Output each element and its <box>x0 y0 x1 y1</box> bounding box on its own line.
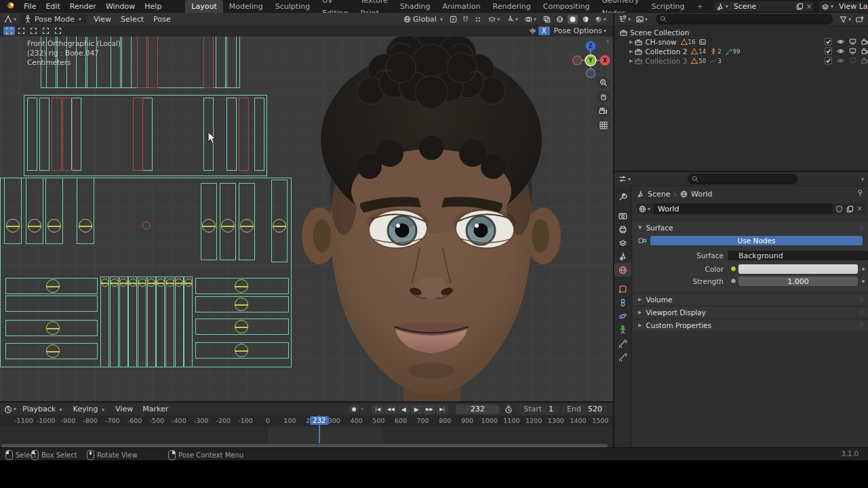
bone-shape-selected[interactable] <box>137 37 147 88</box>
properties-tab-world[interactable] <box>614 263 631 277</box>
panel-custom-properties[interactable]: ▶Custom Properties⠿ <box>633 320 868 331</box>
properties-tab-render[interactable] <box>614 209 631 222</box>
bone-shape[interactable] <box>184 277 193 367</box>
bone-widget-circle[interactable] <box>240 219 254 232</box>
bone-shape[interactable] <box>156 277 165 367</box>
wireframe-shading-button[interactable] <box>555 15 565 24</box>
editor-type-icon[interactable] <box>618 15 627 23</box>
filter-icon[interactable] <box>840 16 847 23</box>
prev-keyframe-button[interactable]: ◀◀ <box>384 405 397 414</box>
properties-tab-view-layer[interactable] <box>614 236 631 249</box>
bone-shape-selected[interactable] <box>62 98 73 171</box>
timeline-track[interactable] <box>0 426 613 443</box>
camera-toggle[interactable] <box>861 47 868 55</box>
checkbox-toggle[interactable] <box>825 38 832 45</box>
bone-shape[interactable] <box>216 37 226 88</box>
properties-tab-object[interactable] <box>614 282 631 296</box>
pose-options-dropdown[interactable]: Pose Options▾ <box>554 26 608 35</box>
monitor-toggle[interactable] <box>849 57 856 64</box>
workspace-tab-rendering[interactable]: Rendering <box>487 0 537 13</box>
sidebar-toggle[interactable]: ‹ <box>606 37 609 45</box>
editor-type-icon[interactable] <box>4 15 12 23</box>
blender-logo-icon[interactable] <box>5 1 15 12</box>
stopwatch-icon[interactable] <box>505 405 513 413</box>
menu-file[interactable]: File <box>19 0 41 13</box>
gizmo-button[interactable]: ▾ <box>505 15 521 24</box>
auto-key-toggle[interactable] <box>349 405 359 414</box>
current-frame-field[interactable]: 232 <box>456 405 499 414</box>
bone-widget-circle[interactable] <box>101 279 109 287</box>
expand-arrow-icon[interactable]: ▶ <box>629 58 633 64</box>
checkbox-toggle[interactable] <box>825 47 832 55</box>
menu-edit[interactable]: Edit <box>41 0 64 13</box>
use-nodes-button[interactable]: Use Nodes <box>650 236 863 245</box>
close-icon[interactable]: × <box>806 3 812 10</box>
bone-widget-circle[interactable] <box>79 219 92 232</box>
viewport-canvas[interactable]: Front Orthographic (Local) (232) rig : B… <box>0 37 613 401</box>
workspace-tab-shading[interactable]: Shading <box>394 0 437 13</box>
unlink-icon[interactable]: × <box>857 205 863 212</box>
bone-shape-selected[interactable] <box>133 98 143 171</box>
mode-selector[interactable]: Pose Mode▾ <box>20 14 86 24</box>
properties-search[interactable] <box>688 174 797 184</box>
editor-type-icon[interactable] <box>618 175 627 183</box>
pivot-selector[interactable] <box>450 16 457 23</box>
view-layer-selector[interactable]: ▾ View Layer × <box>818 1 868 12</box>
bone-widget-circle[interactable] <box>46 279 60 293</box>
bone-shape[interactable] <box>226 98 237 171</box>
timeline-menu-keying[interactable]: Keying ▾ <box>68 403 111 416</box>
bone-widget-circle[interactable] <box>202 219 216 232</box>
workspace-tab-scripting[interactable]: Scripting <box>646 0 691 13</box>
workspace-tab-sculpting[interactable]: Sculpting <box>269 0 316 13</box>
jump-start-button[interactable]: |◀ <box>372 405 384 414</box>
eye-toggle[interactable] <box>837 57 844 64</box>
bone-shape[interactable] <box>138 277 146 367</box>
select-mode-intersect[interactable] <box>52 26 64 35</box>
bone-shape[interactable] <box>226 37 237 88</box>
bone-widget-circle[interactable] <box>221 219 235 232</box>
viewport-menu-view[interactable]: View <box>89 13 116 26</box>
properties-tab-scene[interactable] <box>614 249 631 263</box>
camera-view-button[interactable] <box>597 104 610 117</box>
xray-button[interactable] <box>542 15 552 24</box>
outliner-row-collection-3[interactable]: ▶Collection 3503 <box>614 56 868 66</box>
bone-widget-circle[interactable] <box>157 279 165 287</box>
bone-widget-circle[interactable] <box>235 279 248 293</box>
bone-widget-circle[interactable] <box>111 279 119 287</box>
color-swatch[interactable] <box>738 264 858 274</box>
workspace-tab-animation[interactable]: Animation <box>436 0 486 13</box>
workspace-tab-modeling[interactable]: Modeling <box>223 0 269 13</box>
new-collection-icon[interactable] <box>856 15 864 23</box>
properties-tab-bone-constraint[interactable] <box>614 350 631 363</box>
timeline-ruler[interactable]: -1100-1000-900-800-700-600-500-400-300-2… <box>0 415 613 427</box>
world-name-field[interactable]: World <box>654 203 833 214</box>
bone-shape[interactable] <box>128 277 137 367</box>
bone-widget-circle[interactable] <box>28 219 41 232</box>
bone-shape[interactable] <box>147 277 156 367</box>
outliner-row-scene-collection[interactable]: Scene Collection <box>614 28 868 37</box>
scene-name[interactable]: Scene <box>730 2 796 11</box>
solid-shading-button[interactable] <box>568 15 578 24</box>
bone-shape-selected[interactable] <box>148 37 158 88</box>
view-layer-name[interactable]: View Layer <box>835 2 868 11</box>
outliner-search[interactable] <box>656 14 833 24</box>
panel-volume[interactable]: ▶Volume⠿ <box>633 294 868 305</box>
bone-widget-circle[interactable] <box>175 279 183 287</box>
bone-shape[interactable] <box>121 37 132 88</box>
properties-tab-bone[interactable] <box>614 336 631 350</box>
bone-shape[interactable] <box>100 277 109 367</box>
breadcrumb-scene[interactable]: Scene <box>648 190 671 199</box>
bone-shape[interactable] <box>142 98 153 171</box>
bone-widget-circle[interactable] <box>47 219 61 232</box>
animate-decorator[interactable] <box>862 280 865 283</box>
bone-shape[interactable] <box>39 98 50 171</box>
properties-tab-object-data[interactable] <box>614 323 631 336</box>
workspace-tab-compositing[interactable]: Compositing <box>537 0 596 13</box>
playhead-frame-badge[interactable]: 232 <box>310 416 329 425</box>
workspace-tab-layout[interactable]: Layout <box>185 0 222 13</box>
viewport-menu-pose[interactable]: Pose <box>149 13 175 26</box>
copy-icon[interactable] <box>796 3 804 10</box>
bone-shape[interactable] <box>254 98 264 171</box>
bone-shape[interactable] <box>4 178 22 244</box>
surface-dropdown[interactable]: Background <box>728 251 868 260</box>
